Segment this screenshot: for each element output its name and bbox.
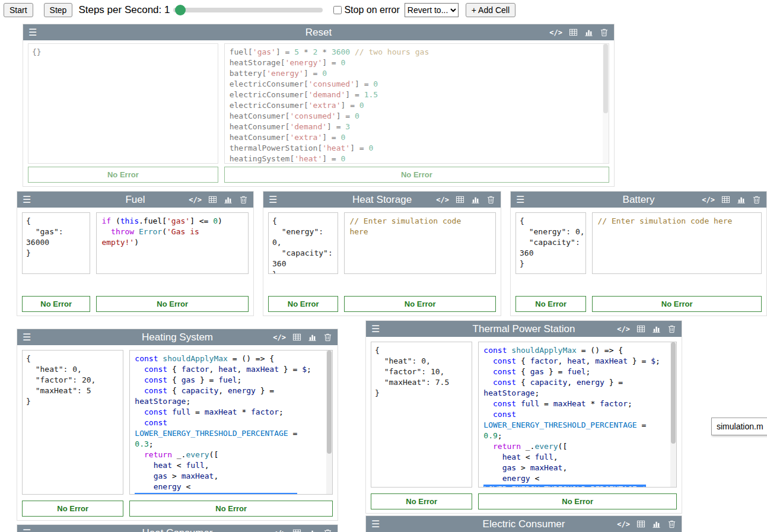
chart-view-icon[interactable] <box>584 28 593 37</box>
code-view-icon[interactable]: </> <box>273 529 286 532</box>
chart-view-icon[interactable] <box>308 528 317 532</box>
state-editor[interactable]: { "gas": 36000 } <box>22 212 90 274</box>
cell-heat-storage: ☰ Heat Storage </> { "energy": 0, "capac… <box>263 191 501 316</box>
state-error-status: No Error <box>22 501 123 517</box>
speed-slider[interactable] <box>173 8 323 12</box>
delete-cell-icon[interactable] <box>239 195 248 204</box>
code-error-status: No Error <box>96 296 249 312</box>
steps-per-second-label: Steps per Second: 1 <box>78 4 170 16</box>
cell-heating-system-header: ☰ Heating System </> <box>17 329 338 345</box>
code-view-icon[interactable]: </> <box>617 520 630 528</box>
code-view-icon[interactable]: </> <box>273 333 286 342</box>
table-view-icon[interactable] <box>208 195 217 204</box>
code-error-status: No Error <box>129 501 333 517</box>
chart-view-icon[interactable] <box>308 333 317 342</box>
simulation-notebook: Start Step Steps per Second: 1 Stop on e… <box>0 0 767 532</box>
code-error-status: No Error <box>592 296 762 312</box>
table-view-icon[interactable] <box>636 324 645 333</box>
code-error-status: No Error <box>344 296 496 312</box>
stop-on-error-checkbox[interactable] <box>333 6 342 14</box>
drag-handle-icon[interactable]: ☰ <box>23 528 31 532</box>
table-view-icon[interactable] <box>636 520 645 528</box>
cell-heat-storage-header: ☰ Heat Storage </> <box>263 192 501 208</box>
delete-cell-icon[interactable] <box>323 528 332 532</box>
state-editor[interactable]: {} <box>28 43 218 164</box>
state-error-status: No Error <box>28 167 218 183</box>
table-view-icon[interactable] <box>721 195 730 204</box>
chart-view-icon[interactable] <box>652 324 661 333</box>
code-error-status: No Error <box>224 167 609 183</box>
cell-battery: ☰ Battery </> { "energy": 0, "capacity":… <box>510 191 767 316</box>
delete-cell-icon[interactable] <box>667 520 676 528</box>
code-error-status: No Error <box>478 493 677 509</box>
chart-view-icon[interactable] <box>737 195 746 204</box>
cell-heat-consumer: ☰ Heat Consumer </> <box>17 524 338 532</box>
scrollbar[interactable] <box>670 342 676 487</box>
code-editor[interactable]: // Enter simulation code here <box>592 212 762 274</box>
code-view-icon[interactable]: </> <box>702 196 715 204</box>
cell-title: Reset <box>23 27 614 39</box>
table-view-icon[interactable] <box>456 195 464 204</box>
chart-view-icon[interactable] <box>471 195 480 204</box>
code-editor[interactable]: if (this.fuel['gas'] <= 0) throw Error('… <box>96 212 249 274</box>
delete-cell-icon[interactable] <box>323 333 332 342</box>
code-editor[interactable]: const shouldApplyMax = () => { const { f… <box>478 342 677 488</box>
state-error-status: No Error <box>515 296 586 312</box>
code-view-icon[interactable]: </> <box>617 325 630 333</box>
drag-handle-icon[interactable]: ☰ <box>23 333 31 342</box>
scrollbar[interactable] <box>326 351 332 494</box>
start-button[interactable]: Start <box>4 3 33 17</box>
code-view-icon[interactable]: </> <box>436 196 449 204</box>
stop-on-error-label: Stop on error <box>344 5 399 15</box>
drag-handle-icon[interactable]: ☰ <box>371 324 380 334</box>
chart-view-icon[interactable] <box>224 195 233 204</box>
cell-battery-header: ☰ Battery </> <box>511 192 766 208</box>
code-view-icon[interactable]: </> <box>549 28 562 37</box>
cell-reset-header: ☰ Reset </> <box>23 24 614 40</box>
add-cell-button[interactable]: + Add Cell <box>466 3 515 17</box>
cell-thermal-power-station-header: ☰ Thermal Power Station </> <box>366 321 682 337</box>
speed-slider-knob[interactable] <box>175 5 186 15</box>
drag-handle-icon[interactable]: ☰ <box>28 28 37 37</box>
state-editor[interactable]: { "heat": 0, "factor": 20, "maxHeat": 5 … <box>22 350 123 495</box>
state-editor[interactable]: { "heat": 0, "factor": 10, "maxHeat": 7.… <box>371 342 472 488</box>
delete-cell-icon[interactable] <box>600 28 609 37</box>
scrollbar[interactable] <box>603 44 609 163</box>
revert-select[interactable]: Revert to... <box>405 3 459 17</box>
step-button[interactable]: Step <box>44 3 73 17</box>
state-error-status: No Error <box>22 296 90 312</box>
cell-electric-consumer-header: ☰ Electric Consumer </> <box>366 516 682 532</box>
table-view-icon[interactable] <box>292 333 301 342</box>
cell-fuel-header: ☰ Fuel </> <box>17 192 253 208</box>
state-editor[interactable]: { "energy": 0, "capacity": 360 } <box>515 212 586 274</box>
delete-cell-icon[interactable] <box>486 195 495 204</box>
drag-handle-icon[interactable]: ☰ <box>371 520 380 529</box>
toolbar: Start Step Steps per Second: 1 Stop on e… <box>0 0 767 20</box>
code-editor[interactable]: const shouldApplyMax = () => { const { f… <box>129 350 333 495</box>
state-error-status: No Error <box>371 493 472 509</box>
code-editor[interactable]: // Enter simulation codehere <box>344 212 496 274</box>
drag-handle-icon[interactable]: ☰ <box>23 195 31 205</box>
table-view-icon[interactable] <box>569 28 578 37</box>
code-view-icon[interactable]: </> <box>189 196 202 204</box>
filename-tooltip: simulation.m <box>711 418 767 435</box>
drag-handle-icon[interactable]: ☰ <box>516 195 524 205</box>
chart-view-icon[interactable] <box>652 520 661 528</box>
state-editor[interactable]: { "energy": 0, "capacity": 360 } <box>268 212 338 274</box>
cell-fuel: ☰ Fuel </> { "gas": 36000 } if (this.fue… <box>17 191 254 316</box>
drag-handle-icon[interactable]: ☰ <box>269 195 277 205</box>
cell-heat-consumer-header: ☰ Heat Consumer </> <box>17 525 338 532</box>
delete-cell-icon[interactable] <box>667 324 676 333</box>
state-error-status: No Error <box>268 296 338 312</box>
cell-heating-system: ☰ Heating System </> { "heat": 0, "facto… <box>17 329 338 521</box>
cell-electric-consumer: ☰ Electric Consumer </> <box>365 515 682 532</box>
cell-thermal-power-station: ☰ Thermal Power Station </> { "heat": 0,… <box>365 320 682 514</box>
cell-reset: ☰ Reset </> {} fuel['gas'] = 5 * 2 * 360… <box>23 24 615 187</box>
table-view-icon[interactable] <box>292 528 301 532</box>
code-editor[interactable]: fuel['gas'] = 5 * 2 * 3600 // two hours … <box>224 43 609 164</box>
delete-cell-icon[interactable] <box>752 195 761 204</box>
